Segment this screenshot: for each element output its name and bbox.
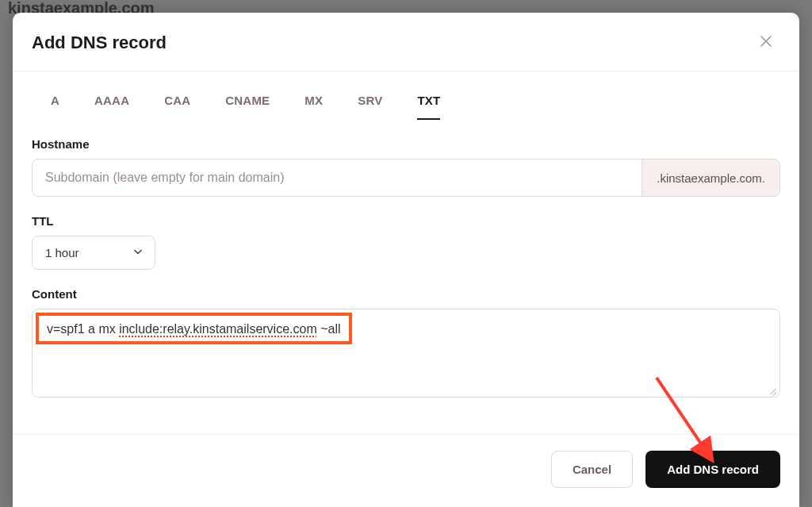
cancel-button[interactable]: Cancel: [551, 451, 633, 488]
modal-footer: Cancel Add DNS record: [13, 434, 799, 507]
content-label: Content: [32, 287, 780, 301]
content-highlight: v=spf1 a mx include:relay.kinstamailserv…: [36, 313, 352, 344]
close-button[interactable]: [756, 32, 776, 53]
modal-header: Add DNS record: [13, 13, 799, 71]
hostname-wrap: .kinstaexample.com.: [32, 159, 780, 197]
hostname-suffix: .kinstaexample.com.: [642, 159, 779, 196]
close-icon: [760, 35, 772, 48]
modal-title: Add DNS record: [32, 33, 167, 53]
tab-caa[interactable]: CAA: [164, 94, 190, 120]
record-type-tabs: A AAAA CAA CNAME MX SRV TXT: [32, 79, 780, 120]
tab-srv[interactable]: SRV: [358, 94, 382, 120]
hostname-input[interactable]: [33, 159, 642, 196]
tab-cname[interactable]: CNAME: [225, 94, 270, 120]
add-dns-record-modal: Add DNS record A AAAA CAA CNAME MX SRV T…: [13, 13, 799, 507]
tab-a[interactable]: A: [51, 94, 59, 120]
modal-body: A AAAA CAA CNAME MX SRV TXT Hostname .ki…: [13, 71, 799, 434]
chevron-down-icon: [132, 246, 144, 259]
ttl-group: TTL 1 hour: [32, 214, 780, 270]
hostname-label: Hostname: [32, 137, 780, 151]
content-textarea[interactable]: v=spf1 a mx include:relay.kinstamailserv…: [32, 309, 780, 398]
resize-handle-icon[interactable]: [768, 385, 777, 394]
content-text-prefix: v=spf1 a mx: [47, 322, 119, 336]
tab-mx[interactable]: MX: [304, 94, 323, 120]
hostname-group: Hostname .kinstaexample.com.: [32, 137, 780, 197]
ttl-selected-value: 1 hour: [45, 246, 79, 259]
ttl-select[interactable]: 1 hour: [32, 236, 155, 270]
add-dns-record-button[interactable]: Add DNS record: [645, 451, 780, 488]
tab-txt[interactable]: TXT: [417, 94, 440, 120]
content-text-spellchecked: include:relay.kinstamailservice.com: [119, 322, 317, 336]
content-text-suffix: ~all: [317, 322, 341, 336]
content-group: Content v=spf1 a mx include:relay.kinsta…: [32, 287, 780, 398]
tab-aaaa[interactable]: AAAA: [94, 94, 129, 120]
ttl-label: TTL: [32, 214, 780, 228]
